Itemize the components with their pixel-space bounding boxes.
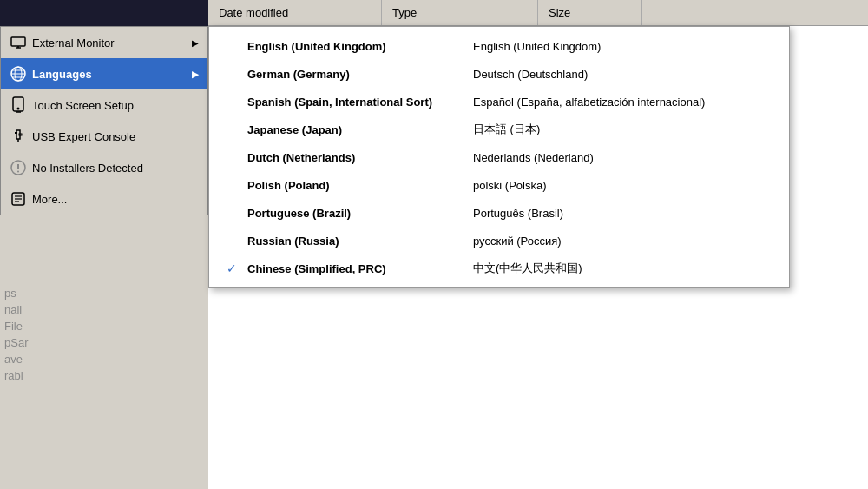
languages-label: Languages — [32, 68, 92, 81]
col-header-type: Type — [382, 0, 538, 25]
sidebar-item-more[interactable]: More... — [1, 183, 207, 215]
lang-native-nl-nl: Nederlands (Nederland) — [473, 151, 772, 164]
col-header-size: Size — [538, 0, 642, 25]
lang-item-en-uk[interactable]: English (United Kingdom) English (United… — [209, 32, 789, 60]
languages-arrow: ▶ — [192, 69, 199, 79]
warning-icon — [10, 159, 27, 176]
lang-name-zh-cn: Chinese (Simplified, PRC) — [247, 262, 473, 275]
ghost-text-area: ps nali File pSar ave rabl — [4, 287, 28, 386]
lang-name-en-uk: English (United Kingdom) — [247, 40, 473, 53]
lang-check-zh-cn: ✓ — [227, 261, 244, 275]
sidebar-item-languages[interactable]: Languages ▶ — [1, 58, 207, 89]
lang-name-ja-jp: Japanese (Japan) — [247, 123, 473, 136]
sidebar-item-usb-console[interactable]: USB Expert Console — [1, 121, 207, 152]
lang-item-nl-nl[interactable]: Dutch (Netherlands) Nederlands (Nederlan… — [209, 143, 789, 171]
lang-item-es-es[interactable]: Spanish (Spain, International Sort) Espa… — [209, 88, 789, 116]
more-label: More... — [32, 193, 67, 206]
lang-native-es-es: Español (España, alfabetización internac… — [473, 96, 772, 109]
sidebar-item-touch-screen[interactable]: Touch Screen Setup — [1, 89, 207, 121]
lang-name-nl-nl: Dutch (Netherlands) — [247, 151, 473, 164]
lang-native-ru-ru: русский (Россия) — [473, 235, 772, 248]
language-submenu: English (United Kingdom) English (United… — [208, 26, 790, 288]
lang-native-de-de: Deutsch (Deutschland) — [473, 68, 772, 81]
svg-rect-0 — [11, 37, 25, 46]
sidebar-item-no-installers: No Installers Detected — [1, 152, 207, 183]
touch-screen-label: Touch Screen Setup — [32, 99, 134, 112]
lang-native-zh-cn: 中文(中华人民共和国) — [473, 261, 772, 276]
usb-icon — [10, 128, 27, 145]
lang-item-pl-pl[interactable]: Polish (Poland) polski (Polska) — [209, 171, 789, 199]
lang-name-pl-pl: Polish (Poland) — [247, 179, 473, 192]
col-header-date: Date modified — [208, 0, 382, 25]
lang-native-pt-br: Português (Brasil) — [473, 207, 772, 220]
lang-item-ja-jp[interactable]: Japanese (Japan) 日本語 (日本) — [209, 116, 789, 143]
more-icon — [10, 190, 27, 208]
lang-native-pl-pl: polski (Polska) — [473, 179, 772, 192]
external-monitor-label: External Monitor — [32, 36, 115, 50]
svg-rect-13 — [15, 132, 17, 134]
lang-name-pt-br: Portuguese (Brazil) — [247, 207, 473, 220]
lang-name-ru-ru: Russian (Russia) — [247, 235, 473, 248]
monitor-icon — [10, 34, 27, 51]
svg-point-9 — [17, 108, 20, 110]
column-headers: Date modified Type Size — [208, 0, 868, 26]
lang-item-ru-ru[interactable]: Russian (Russia) русский (Россия) — [209, 227, 789, 254]
lang-native-ja-jp: 日本語 (日本) — [473, 122, 772, 137]
lang-item-zh-cn[interactable]: ✓ Chinese (Simplified, PRC) 中文(中华人民共和国) — [209, 254, 789, 282]
lang-native-en-uk: English (United Kingdom) — [473, 40, 772, 53]
lang-item-pt-br[interactable]: Portuguese (Brazil) Português (Brasil) — [209, 199, 789, 227]
lang-name-de-de: German (Germany) — [247, 68, 473, 81]
lang-name-es-es: Spanish (Spain, International Sort) — [247, 96, 473, 109]
lang-item-de-de[interactable]: German (Germany) Deutsch (Deutschland) — [209, 60, 789, 88]
sidebar-menu: External Monitor ▶ Languages ▶ Touch Scr… — [0, 26, 208, 215]
touch-icon — [10, 96, 27, 114]
no-installers-label: No Installers Detected — [32, 162, 143, 175]
usb-console-label: USB Expert Console — [32, 130, 135, 143]
globe-icon — [10, 65, 27, 83]
sidebar-item-external-monitor[interactable]: External Monitor ▶ — [1, 27, 207, 58]
svg-point-17 — [17, 171, 19, 173]
external-monitor-arrow: ▶ — [192, 38, 199, 48]
